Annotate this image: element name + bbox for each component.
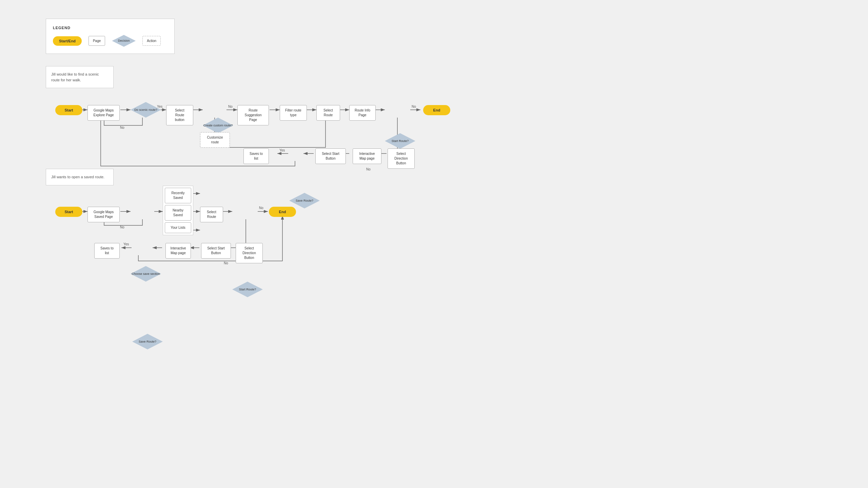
s2-interactive-map: Interactive Map page	[165, 243, 191, 259]
s2-select-route: Select Route	[200, 207, 223, 222]
s1-filter-route: Filter route type	[280, 105, 307, 121]
svg-text:Yes: Yes	[123, 242, 129, 246]
s2-start-route-decision: Start Route?	[232, 282, 263, 297]
legend-page: Page	[88, 36, 105, 46]
legend-box: LEGEND Start/End Page Decision Action	[46, 19, 175, 54]
scenario2-description: Jill wants to open a saved route.	[46, 169, 114, 185]
s2-options-container: Recently Saved Nearby Saved Your Lists	[163, 186, 193, 235]
s1-saves-list: Saves to list	[243, 148, 269, 164]
s2-end-node: End	[269, 207, 296, 217]
svg-text:No: No	[224, 261, 228, 265]
s1-start-node: Start	[55, 105, 82, 115]
svg-text:No: No	[366, 167, 371, 171]
s1-explore-page: Google Maps Explore Page	[87, 105, 120, 121]
s1-direction-btn: Select Direction Button	[388, 148, 415, 169]
svg-text:Yes: Yes	[279, 148, 285, 152]
diagram-container: Yes No No No Yes Yes	[0, 0, 868, 488]
svg-text:No: No	[259, 206, 263, 210]
s1-select-route: Select Route	[316, 105, 340, 121]
s1-start-route-decision: Start Route?	[385, 133, 415, 149]
legend-title: LEGEND	[53, 26, 167, 30]
s2-direction-btn: Select Direction Button	[236, 243, 263, 263]
s1-select-start: Select Start Button	[315, 148, 346, 164]
s1-end-node: End	[423, 105, 450, 115]
legend-decision: Decision	[112, 35, 136, 47]
s1-route-info: Route Info Page	[349, 105, 376, 121]
s1-custom-decision: Create custom route?	[203, 118, 233, 133]
scenario1-description: Jill would like to find a scenic route f…	[46, 66, 114, 88]
svg-text:No: No	[120, 225, 124, 229]
svg-text:No: No	[228, 105, 233, 108]
s2-saved-page: Google Maps Saved Page	[87, 207, 120, 222]
s2-choose-section: Choose save section	[131, 266, 161, 282]
s2-saves-list: Saves to list	[94, 243, 120, 259]
svg-text:No: No	[412, 105, 416, 108]
s1-interactive-map: Interactive Map page	[353, 148, 381, 164]
legend-items: Start/End Page Decision Action	[53, 35, 167, 47]
s2-nearby-saved: Nearby Saved	[165, 205, 191, 221]
s1-scenic-decision: Do scenic route?	[131, 102, 161, 118]
s1-suggestion-page: Route Suggestion Page	[237, 105, 269, 125]
s1-customize-route: Customize route	[200, 132, 230, 148]
s1-select-route-btn: Select Route button	[166, 105, 193, 125]
svg-text:No: No	[120, 126, 124, 129]
arrows-svg: Yes No No No Yes Yes	[0, 0, 868, 488]
s2-save-decision: Save Route?	[132, 334, 163, 349]
legend-action: Action	[142, 36, 161, 46]
s2-recently-saved: Recently Saved	[165, 188, 191, 203]
s2-start-node: Start	[55, 207, 82, 217]
legend-start-end: Start/End	[53, 36, 82, 46]
s1-save-decision: Save Route?	[289, 193, 320, 208]
s2-select-start: Select Start Button	[201, 243, 231, 259]
s2-your-lists: Your Lists	[165, 222, 191, 233]
